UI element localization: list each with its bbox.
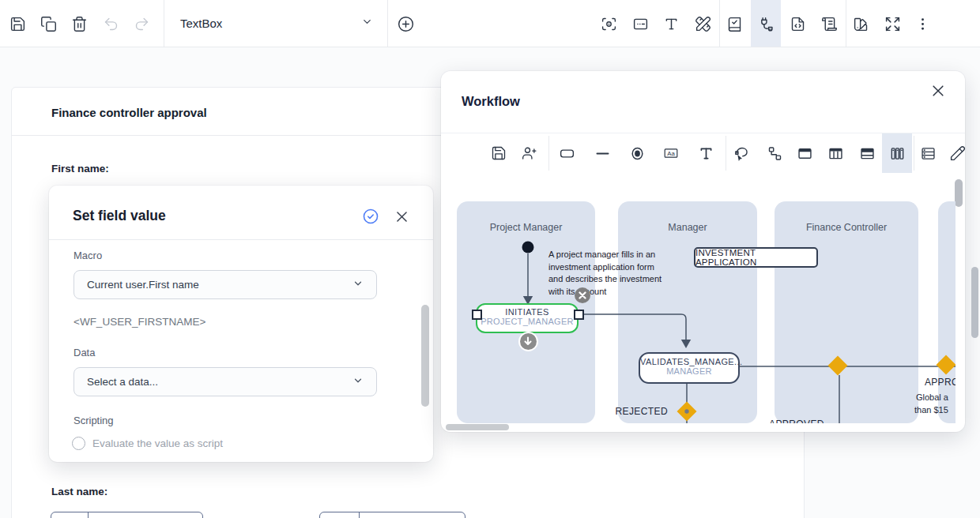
save-icon — [491, 145, 507, 161]
validation-book-button[interactable] — [720, 6, 748, 41]
wf-label-tool[interactable]: Aa — [658, 133, 684, 173]
input-group[interactable] — [319, 512, 466, 518]
last-name-input-group[interactable] — [51, 512, 203, 518]
text-tool-button[interactable] — [657, 6, 685, 41]
delete-button[interactable] — [65, 6, 93, 41]
form-title: Finance controller approval — [51, 106, 207, 119]
evaluate-script-checkbox[interactable] — [72, 437, 85, 450]
data-list-icon — [920, 145, 937, 162]
wf-table-columns-tool[interactable] — [822, 133, 849, 173]
wf-table-rows-tool[interactable] — [854, 133, 880, 173]
undo-button[interactable] — [96, 6, 125, 41]
scripting-label: Scripting — [74, 415, 114, 426]
macro-select-value: Current user.First name — [87, 279, 199, 291]
close-icon — [930, 83, 946, 99]
label-box-icon: Aa — [662, 145, 680, 162]
integrations-plug-button[interactable] — [752, 6, 780, 41]
gateway-diamond[interactable] — [828, 356, 848, 376]
fullscreen-button[interactable] — [878, 6, 906, 41]
form-card-button[interactable] — [626, 6, 654, 41]
expand-icon — [884, 16, 901, 32]
scroll-icon — [821, 16, 838, 32]
edge-label-approved: APPROVED — [761, 419, 832, 423]
gateway-dot — [684, 409, 688, 413]
workflow-horizontal-scrollbar-thumb[interactable] — [446, 424, 509, 430]
save-button[interactable] — [3, 6, 32, 41]
redo-button[interactable] — [127, 6, 156, 41]
wf-connector-tool[interactable] — [589, 133, 616, 173]
wf-lasso-select-tool[interactable] — [728, 133, 755, 173]
delete-node-button[interactable] — [575, 287, 590, 303]
wf-data-list-tool[interactable] — [914, 133, 941, 173]
node-name: INITIATES — [477, 307, 577, 317]
plug-icon — [758, 16, 775, 32]
kebab-menu-icon — [914, 16, 931, 32]
undo-icon — [103, 16, 119, 32]
edge-label-approved-right: APPROVED — [925, 377, 956, 388]
arrow-down-icon — [523, 336, 533, 346]
gateway-diamond[interactable] — [937, 355, 956, 375]
close-icon — [394, 209, 409, 224]
node-handle-left[interactable] — [472, 310, 482, 320]
wf-vertical-lanes-tool[interactable] — [884, 133, 910, 173]
workflow-dialog-title: Workflow — [462, 94, 520, 109]
workflow-dialog: Workflow Aa — [441, 71, 965, 432]
dialog-scrollbar-thumb[interactable] — [421, 305, 429, 407]
add-next-step-button[interactable] — [520, 333, 537, 350]
pencil-ruler-icon — [695, 16, 711, 32]
workflow-vertical-scrollbar-thumb[interactable] — [955, 179, 963, 207]
source-code-button[interactable] — [783, 6, 812, 41]
preview-button[interactable] — [594, 6, 623, 41]
last-name-label: Last name: — [51, 486, 107, 497]
close-icon — [579, 291, 586, 299]
lane-icon — [797, 145, 813, 162]
evaluate-script-label: Evaluate the value as script — [92, 437, 223, 449]
book-check-icon — [726, 16, 743, 32]
set-field-value-dialog: Set field value Macro Current user.First… — [49, 186, 433, 462]
node-initiates[interactable]: INITIATES PROJECT_MANAGER — [476, 303, 579, 333]
design-tools-button[interactable] — [688, 6, 717, 41]
more-options-button[interactable] — [908, 6, 937, 41]
toolbar-separator — [548, 136, 549, 171]
table-columns-icon — [827, 145, 844, 162]
close-dialog-button[interactable] — [391, 206, 412, 227]
node-validates-manager[interactable]: VALIDATES_MANAGE... MANAGER — [639, 352, 740, 384]
data-object-investment-application[interactable]: INVESTMENT APPLICATION — [694, 247, 818, 268]
close-workflow-button[interactable] — [929, 81, 948, 100]
add-component-button[interactable] — [391, 6, 420, 41]
workflow-canvas[interactable]: Project Manager Manager Finance Controll… — [441, 178, 956, 423]
chevron-down-icon — [361, 16, 373, 31]
wf-lane-tool[interactable] — [791, 133, 818, 173]
duplicate-button[interactable] — [34, 6, 62, 41]
page-scrollbar-thumb[interactable] — [971, 267, 978, 338]
wf-add-user-button[interactable] — [516, 133, 543, 173]
node-name: VALIDATES_MANAGE... — [640, 357, 738, 366]
node-handle-right[interactable] — [574, 310, 584, 320]
wf-node-tool[interactable] — [553, 133, 580, 173]
preview-eye-icon — [601, 16, 617, 32]
component-selector[interactable]: TextBox — [164, 0, 387, 47]
script-button[interactable] — [815, 6, 843, 41]
wf-pen-tool[interactable] — [944, 133, 965, 173]
wf-save-button[interactable] — [485, 133, 512, 173]
form-card-icon — [632, 16, 649, 32]
data-label: Data — [74, 347, 95, 358]
text-icon — [663, 16, 680, 32]
save-icon — [9, 16, 26, 32]
duplicate-icon — [40, 16, 57, 32]
wf-end-event-tool[interactable] — [624, 133, 650, 173]
data-select[interactable]: Select a data... — [74, 367, 377, 396]
confirm-button[interactable] — [360, 206, 381, 227]
wf-flow-tool[interactable] — [761, 133, 788, 173]
node-role: MANAGER — [640, 366, 738, 376]
workflow-annotation: A project manager fills in an investment… — [548, 249, 675, 298]
pen-icon — [949, 145, 966, 162]
theme-swatches-button[interactable] — [846, 6, 875, 41]
check-circle-icon — [362, 208, 379, 225]
chevron-down-icon — [352, 278, 364, 291]
start-event[interactable] — [522, 242, 534, 253]
first-name-label: First name: — [51, 163, 109, 175]
macro-select[interactable]: Current user.First name — [74, 270, 377, 299]
add-user-icon — [522, 145, 537, 161]
wf-text-tool[interactable] — [692, 133, 719, 173]
